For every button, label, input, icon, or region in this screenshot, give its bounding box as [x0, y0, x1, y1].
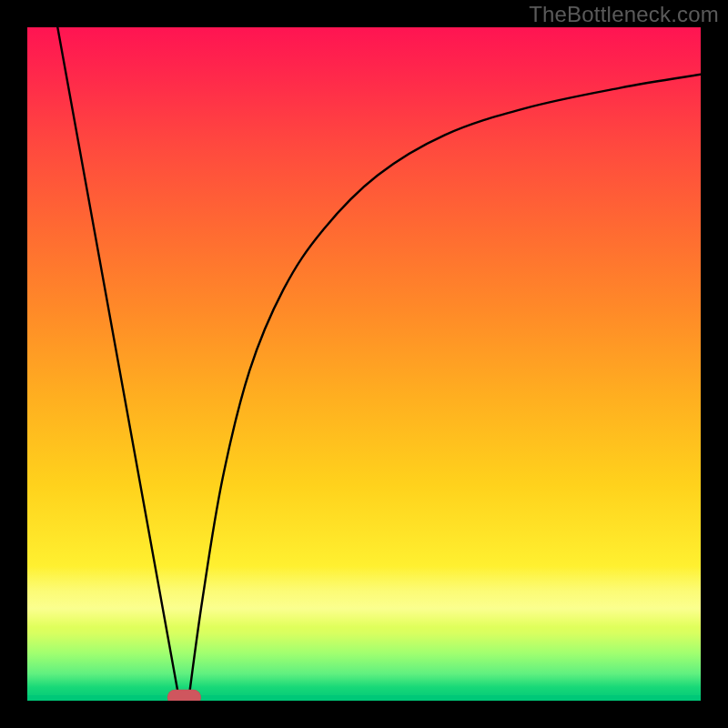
curve-left-arm: [57, 27, 178, 697]
chart-frame: TheBottleneck.com: [0, 0, 728, 728]
curve-layer: [27, 27, 701, 701]
curve-right-arm: [189, 75, 701, 698]
vertex-marker: [167, 690, 200, 701]
watermark-text: TheBottleneck.com: [529, 2, 719, 27]
plot-area: [27, 27, 701, 701]
